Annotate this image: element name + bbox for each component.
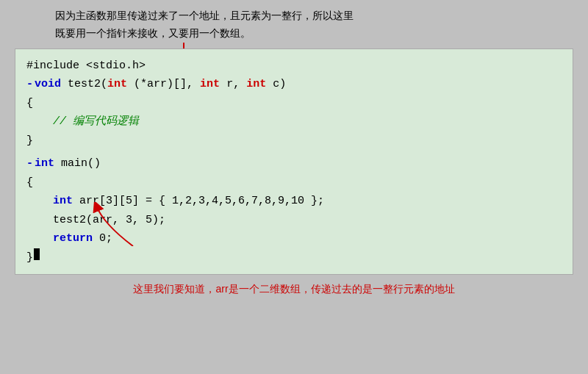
code-indent-1 [26,112,53,132]
kw-int-3: int [246,75,266,94]
brace-open-2: { [26,173,33,193]
func-name: test2( [68,75,107,94]
kw-return: return [53,229,93,248]
bottom-annotation: 这里我们要知道，arr是一个二维数组，传递过去的是一整行元素的地址 [15,281,573,298]
code-line-close2: } [26,248,562,267]
minus-2: - [26,154,33,173]
indent-2 [26,192,53,211]
code-line-open1: { [26,94,562,113]
arrow-bottom-svg [89,202,148,246]
minus-1: - [26,75,33,94]
annotation-line1: 因为主函数那里传递过来了一个地址，且元素为一整行，所以这里 [55,7,573,25]
code-line-include: #include <stdio.h> [26,57,562,76]
code-line-comment: // 编写代码逻辑 [26,112,562,132]
top-annotation: 因为主函数那里传递过来了一个地址，且元素为一整行，所以这里 既要用一个指针来接收… [15,7,573,43]
cursor [34,248,40,260]
include-text: #include <stdio.h> [26,57,146,76]
code-box: #include <stdio.h> - void test2( int (*a… [15,48,573,276]
brace-close-1: } [26,132,33,151]
indent-3 [26,211,53,230]
kw-int-arr: int [53,192,73,211]
code-line-open2: { [26,173,562,193]
kw-int-2: int [200,75,220,94]
annotation-line2: 既要用一个指针来接收，又要用一个数组。 [55,25,573,43]
kw-int-1: int [107,75,127,94]
brace-open-1: { [26,94,33,113]
kw-void: void [35,75,61,94]
comment-text: // 编写代码逻辑 [53,112,139,132]
code-line-test2: - void test2( int (*arr)[], int r, int c… [26,75,562,94]
indent-4 [26,229,53,248]
code-line-close1: } [26,132,562,151]
main-wrapper: 因为主函数那里传递过来了一个地址，且元素为一整行，所以这里 既要用一个指针来接收… [0,0,588,306]
brace-close-2: } [26,248,33,267]
kw-int-main: int [35,154,54,173]
bottom-text: 这里我们要知道，arr是一个二维数组，传递过去的是一整行元素的地址 [133,283,454,295]
code-line-main: - int main() [26,154,562,173]
